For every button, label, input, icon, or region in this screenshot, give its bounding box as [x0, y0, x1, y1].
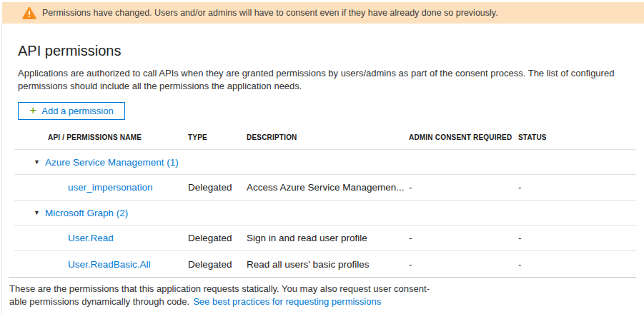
note-line-1: These are the permissions that this appl…: [9, 283, 430, 295]
table-row-group-azure-service-management[interactable]: ▼ Azure Service Management (1): [14, 150, 636, 175]
table-row-user-readbasic-all[interactable]: User.ReadBasic.All Delegated Read all us…: [14, 251, 636, 277]
admin-consent-value: -: [409, 182, 518, 193]
page-description: Applications are authorized to call APIs…: [18, 67, 627, 92]
status-value: -: [518, 259, 636, 270]
header-api-permissions-name: API / PERMISSIONS NAME: [14, 133, 188, 141]
permission-type: Delegated: [188, 233, 247, 243]
page-title: API permissions: [18, 43, 122, 59]
permission-link[interactable]: User.Read: [68, 233, 114, 243]
api-group-link[interactable]: Microsoft Graph (2): [45, 208, 128, 218]
permission-description: Access Azure Service Managemen...: [247, 182, 409, 193]
permission-type: Delegated: [188, 182, 247, 193]
permission-link[interactable]: user_impersonation: [68, 182, 153, 193]
table-row-user-impersonation[interactable]: user_impersonation Delegated Access Azur…: [14, 175, 636, 201]
admin-consent-value: -: [409, 233, 518, 243]
permission-link[interactable]: User.ReadBasic.All: [68, 259, 151, 270]
add-permission-label: Add a permission: [41, 106, 113, 116]
blade-left-border: [1, 24, 2, 314]
header-type: TYPE: [188, 133, 247, 141]
warning-icon: [22, 6, 36, 19]
footer-divider: [9, 277, 636, 278]
permissions-table: API / PERMISSIONS NAME TYPE DESCRIPTION …: [14, 125, 636, 277]
plus-icon: +: [29, 104, 36, 116]
collapse-triangle-icon[interactable]: ▼: [34, 158, 40, 166]
add-permission-button[interactable]: + Add a permission: [18, 102, 125, 120]
table-row-user-read[interactable]: User.Read Delegated Sign in and read use…: [14, 226, 636, 251]
header-status: STATUS: [518, 133, 636, 141]
header-description: DESCRIPTION: [247, 133, 409, 141]
permission-type: Delegated: [188, 259, 247, 270]
best-practices-link[interactable]: See best practices for requesting permis…: [193, 296, 381, 307]
status-value: -: [518, 182, 636, 193]
static-permissions-note: These are the permissions that this appl…: [9, 283, 430, 308]
banner-message: Permissions have changed. Users and/or a…: [42, 8, 498, 18]
header-admin-consent-required: ADMIN CONSENT REQUIRED: [409, 133, 518, 141]
table-row-group-microsoft-graph[interactable]: ▼ Microsoft Graph (2): [14, 201, 636, 226]
permission-description: Read all users' basic profiles: [247, 259, 409, 270]
collapse-triangle-icon[interactable]: ▼: [34, 209, 40, 216]
note-line-2: able permissions dynamically through cod…: [9, 296, 189, 307]
api-group-link[interactable]: Azure Service Management (1): [45, 157, 179, 168]
permissions-changed-warning-banner: Permissions have changed. Users and/or a…: [2, 2, 644, 24]
status-value: -: [518, 233, 636, 243]
admin-consent-value: -: [409, 259, 518, 270]
permission-description: Sign in and read user profile: [247, 233, 409, 243]
table-header-row: API / PERMISSIONS NAME TYPE DESCRIPTION …: [14, 125, 636, 150]
